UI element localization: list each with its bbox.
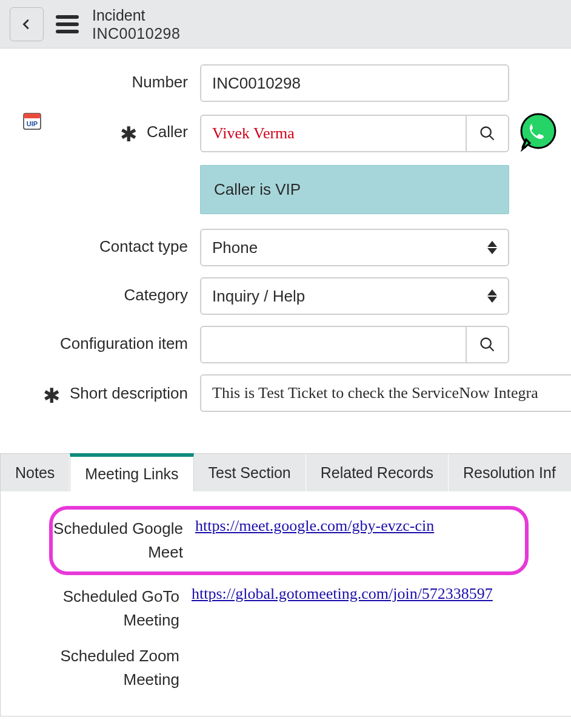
input-number[interactable]: [200, 64, 509, 102]
whatsapp-icon: [519, 113, 558, 152]
tabs-container: Notes Meeting Links Test Section Related…: [0, 453, 571, 716]
label-google-meet: Scheduled Google Meet: [53, 517, 195, 564]
svg-line-8: [490, 347, 494, 351]
back-button[interactable]: [10, 7, 44, 41]
search-icon: [479, 125, 496, 142]
label-contact-type: Contact type: [0, 229, 200, 256]
svg-point-7: [481, 339, 491, 348]
lookup-caller-button[interactable]: [466, 116, 508, 151]
required-icon: ✱: [43, 385, 60, 406]
row-contact-type: Contact type Phone: [0, 229, 571, 266]
label-category: Category: [0, 277, 200, 305]
row-config-item: Configuration item: [0, 326, 571, 363]
link-goto-meeting[interactable]: https://global.gotomeeting.com/join/5723…: [192, 585, 493, 603]
svg-point-3: [481, 127, 491, 137]
highlight-google-meet: Scheduled Google Meet https://meet.googl…: [49, 506, 529, 575]
menu-bar-icon: [56, 30, 79, 33]
config-item-value[interactable]: [201, 327, 466, 362]
required-icon: ✱: [120, 124, 137, 144]
input-short-description[interactable]: This is Test Ticket to check the Service…: [200, 374, 571, 412]
lookup-config-item-button[interactable]: [466, 327, 508, 362]
row-short-description: ✱ Short description This is Test Ticket …: [0, 374, 571, 412]
form-area: Number UIP ✱ Caller Vivek Verma: [0, 49, 571, 435]
link-google-meet[interactable]: https://meet.google.com/gby-evzc-cin: [195, 517, 434, 535]
tab-content: Scheduled Google Meet https://meet.googl…: [1, 491, 571, 716]
row-category: Category Inquiry / Help: [0, 277, 571, 315]
whatsapp-button[interactable]: [519, 113, 558, 154]
vip-icon: UIP: [23, 113, 41, 130]
vip-notice: Caller is VIP: [200, 165, 509, 214]
label-zoom-meeting: Scheduled Zoom Meeting: [13, 644, 192, 692]
label-goto-meeting: Scheduled GoTo Meeting: [13, 585, 192, 632]
svg-text:UIP: UIP: [27, 120, 38, 127]
select-category[interactable]: Inquiry / Help: [200, 277, 509, 315]
caller-value[interactable]: Vivek Verma: [201, 116, 466, 151]
label-config-item: Configuration item: [0, 326, 200, 353]
lookup-caller: Vivek Verma: [200, 115, 509, 152]
label-short-description: ✱ Short description: [0, 374, 200, 403]
record-number: INC0010298: [92, 24, 180, 42]
svg-line-4: [490, 136, 494, 140]
tab-related-records[interactable]: Related Records: [306, 454, 449, 491]
tab-test-section[interactable]: Test Section: [194, 454, 306, 491]
svg-rect-1: [24, 113, 41, 118]
row-google-meet: Scheduled Google Meet https://meet.googl…: [53, 517, 525, 564]
lookup-config-item: [200, 326, 509, 363]
header-bar: Incident INC0010298: [0, 0, 571, 49]
header-title: Incident INC0010298: [92, 6, 180, 42]
tab-meeting-links[interactable]: Meeting Links: [70, 453, 193, 491]
menu-button[interactable]: [56, 12, 80, 36]
row-goto-meeting: Scheduled GoTo Meeting https://global.go…: [13, 585, 559, 632]
search-icon: [479, 336, 496, 353]
tab-resolution-info[interactable]: Resolution Inf: [449, 454, 570, 491]
tabs-bar: Notes Meeting Links Test Section Related…: [1, 454, 571, 491]
row-number: Number: [0, 64, 571, 102]
row-zoom-meeting: Scheduled Zoom Meeting: [13, 644, 559, 692]
label-number: Number: [0, 64, 200, 92]
select-contact-type[interactable]: Phone: [200, 229, 509, 266]
chevron-left-icon: [20, 15, 33, 34]
menu-bar-icon: [56, 22, 79, 26]
record-type: Incident: [92, 6, 180, 24]
tab-notes[interactable]: Notes: [1, 454, 70, 491]
menu-bar-icon: [56, 15, 79, 19]
row-caller: UIP ✱ Caller Vivek Verma: [0, 113, 571, 154]
